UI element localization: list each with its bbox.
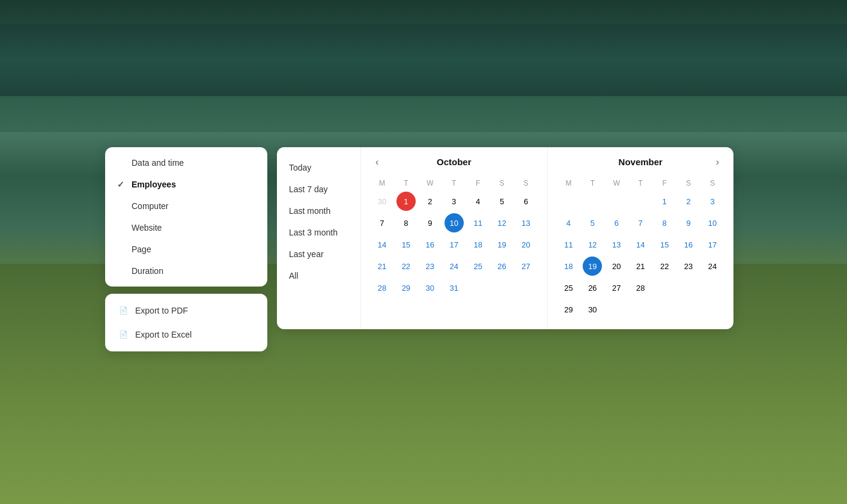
cal-day[interactable]: 14 — [372, 235, 392, 254]
cal-day — [679, 300, 698, 319]
cal-day[interactable]: 27 — [607, 278, 626, 297]
cal-day[interactable]: 5 — [493, 192, 512, 211]
export-item-pdf[interactable]: 📄Export to PDF — [105, 299, 267, 323]
quick-item-all[interactable]: All — [277, 265, 360, 287]
cal-day[interactable]: 11 — [469, 213, 488, 232]
day-header: T — [581, 177, 604, 190]
cal-day[interactable]: 28 — [372, 278, 392, 297]
menu-item-data-and-time[interactable]: Data and time — [105, 152, 267, 174]
quick-item-last3month[interactable]: Last 3 month — [277, 222, 360, 243]
cal-day[interactable]: 2 — [679, 192, 698, 211]
cal-day[interactable]: 8 — [655, 213, 674, 232]
cal-day[interactable]: 9 — [679, 213, 698, 232]
cal-day[interactable]: 15 — [655, 235, 674, 254]
cal-day — [517, 278, 536, 297]
cal-day[interactable]: 21 — [631, 257, 650, 276]
cal-day[interactable]: 6 — [607, 213, 626, 232]
october-calendar: ‹OctoberMTWTFSS3012345678910111213141516… — [361, 147, 548, 329]
cal-day — [655, 278, 674, 297]
menu-item-page[interactable]: Page — [105, 238, 267, 260]
cal-day[interactable]: 28 — [631, 278, 650, 297]
cal-day[interactable]: 25 — [559, 278, 578, 297]
cal-day[interactable]: 22 — [655, 257, 674, 276]
cal-day[interactable]: 24 — [703, 257, 722, 276]
quick-item-today[interactable]: Today — [277, 157, 360, 178]
quick-item-last7[interactable]: Last 7 day — [277, 178, 360, 200]
cal-day[interactable]: 16 — [679, 235, 698, 254]
cal-day[interactable]: 10 — [703, 213, 722, 232]
cal-day[interactable]: 30 — [372, 192, 392, 211]
day-header: T — [629, 177, 652, 190]
cal-day[interactable]: 7 — [631, 213, 650, 232]
cal-day — [607, 300, 626, 319]
cal-day[interactable]: 10 — [445, 213, 464, 232]
cal-day[interactable]: 18 — [469, 235, 488, 254]
prev-month-button[interactable]: ‹ — [371, 154, 383, 170]
day-header: S — [701, 177, 724, 190]
cal-day[interactable]: 27 — [517, 257, 536, 276]
menu-item-employees[interactable]: ✓Employees — [105, 174, 267, 195]
cal-day[interactable]: 4 — [469, 192, 488, 211]
cal-day[interactable]: 26 — [583, 278, 602, 297]
next-month-button[interactable]: › — [711, 154, 724, 170]
cal-day — [655, 300, 674, 319]
cal-day[interactable]: 19 — [583, 257, 602, 276]
cal-day[interactable]: 29 — [396, 278, 416, 297]
cal-day[interactable]: 20 — [607, 257, 626, 276]
cal-day[interactable]: 5 — [583, 213, 602, 232]
cal-day — [493, 278, 512, 297]
cal-day[interactable]: 14 — [631, 235, 650, 254]
cal-day[interactable]: 13 — [517, 213, 536, 232]
cal-day[interactable]: 23 — [679, 257, 698, 276]
cal-day[interactable]: 3 — [703, 192, 722, 211]
cal-day[interactable]: 24 — [445, 257, 464, 276]
day-header: S — [491, 177, 514, 190]
cal-day[interactable]: 19 — [493, 235, 512, 254]
cal-day[interactable]: 4 — [559, 213, 578, 232]
cal-day[interactable]: 11 — [559, 235, 578, 254]
cal-day[interactable]: 22 — [396, 257, 416, 276]
cal-day[interactable]: 12 — [493, 213, 512, 232]
quick-item-lastYear[interactable]: Last year — [277, 243, 360, 265]
cal-day[interactable]: 15 — [396, 235, 416, 254]
cal-day[interactable]: 8 — [396, 213, 416, 232]
cal-day[interactable]: 25 — [469, 257, 488, 276]
cal-title: October — [371, 157, 538, 167]
cal-day[interactable]: 21 — [372, 257, 392, 276]
menu-card: Data and time✓EmployeesComputerWebsitePa… — [105, 147, 267, 287]
cal-grid: MTWTFSS301234567891011121314151617181920… — [371, 177, 538, 298]
cal-day[interactable]: 30 — [583, 300, 602, 319]
cal-day — [583, 192, 602, 211]
cal-day[interactable]: 23 — [420, 257, 440, 276]
cal-day[interactable]: 3 — [445, 192, 464, 211]
menu-item-label: Duration — [132, 266, 163, 276]
cal-day[interactable]: 13 — [607, 235, 626, 254]
cal-day — [631, 300, 650, 319]
cal-day[interactable]: 17 — [445, 235, 464, 254]
cal-day[interactable]: 29 — [559, 300, 578, 319]
menu-item-computer[interactable]: Computer — [105, 195, 267, 217]
cal-day[interactable]: 1 — [655, 192, 674, 211]
cal-day — [631, 192, 650, 211]
cal-day[interactable]: 20 — [517, 235, 536, 254]
cal-day[interactable]: 18 — [559, 257, 578, 276]
cal-day[interactable]: 17 — [703, 235, 722, 254]
day-header: M — [557, 177, 580, 190]
cal-day[interactable]: 31 — [445, 278, 464, 297]
cal-day[interactable]: 16 — [420, 235, 440, 254]
day-header: M — [371, 177, 393, 190]
cal-day[interactable]: 1 — [396, 192, 416, 211]
cal-day — [469, 278, 488, 297]
menu-item-duration[interactable]: Duration — [105, 260, 267, 282]
cal-day[interactable]: 7 — [372, 213, 392, 232]
cal-day[interactable]: 12 — [583, 235, 602, 254]
menu-item-website[interactable]: Website — [105, 217, 267, 238]
cal-day[interactable]: 26 — [493, 257, 512, 276]
cal-day[interactable]: 30 — [420, 278, 440, 297]
cal-day[interactable]: 2 — [420, 192, 440, 211]
cal-day[interactable]: 9 — [420, 213, 440, 232]
left-panel: Data and time✓EmployeesComputerWebsitePa… — [105, 147, 267, 351]
export-item-excel[interactable]: 📄Export to Excel — [105, 323, 267, 347]
quick-item-lastMonth[interactable]: Last month — [277, 200, 360, 222]
cal-day[interactable]: 6 — [517, 192, 536, 211]
